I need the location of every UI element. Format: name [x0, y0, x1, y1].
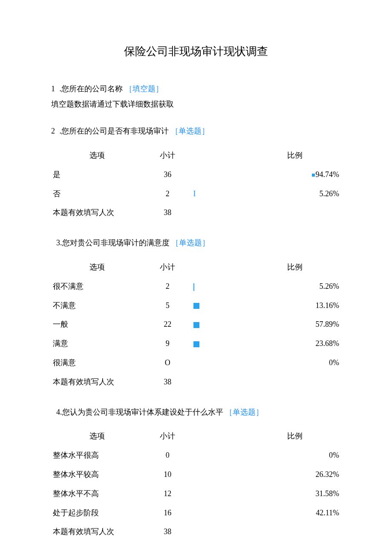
- percent-value: 0%: [248, 446, 341, 465]
- question-2: 2 .您所在的公司是否有非现场审计 ［单选题］ 选项 小计 比例 是 36 94…: [51, 125, 341, 222]
- q4-results-table: 选项 小计 比例 整体水平很高 0 0% 整体水平较高 10 26.32% 整体…: [51, 427, 341, 541]
- count-value: 10: [144, 465, 192, 484]
- option-label: 一般: [51, 315, 144, 334]
- q3-results-table: 选项 小计 比例 很不满意 2 5.26% 不满意 5 13.16% 一般 22…: [51, 258, 341, 392]
- count-value: 22: [144, 315, 192, 334]
- q1-num: 1: [51, 83, 55, 95]
- table-total-row: 本题有效填写人次 38: [51, 522, 341, 541]
- col-ratio: 比例: [248, 258, 341, 277]
- col-ratio: 比例: [248, 146, 341, 165]
- table-row: 不满意 5 13.16%: [51, 296, 341, 315]
- single-choice-tag: ［单选题］: [171, 238, 210, 247]
- option-label: 否: [51, 184, 144, 203]
- option-label: 整体水平很高: [51, 446, 144, 465]
- count-value: 5: [144, 296, 192, 315]
- q2-results-table: 选项 小计 比例 是 36 94.74% 否 2 I 5.26% 本题有效填写人…: [51, 146, 341, 222]
- col-ratio: 比例: [248, 427, 341, 446]
- percent-value: 26.32%: [248, 465, 341, 484]
- col-option: 选项: [51, 146, 144, 165]
- page-title: 保险公司非现场审计现状调查: [51, 43, 341, 61]
- count-value: 12: [144, 484, 192, 503]
- question-4: 4.您认为贵公司非现场审计体系建设处于什么水平 ［单选题］ 选项 小计 比例 整…: [51, 406, 341, 542]
- fill-blank-tag: ［填空题］: [125, 84, 163, 93]
- single-choice-tag: ［单选题］: [225, 408, 263, 416]
- option-label: 很满意: [51, 353, 144, 372]
- percent-value: 42.11%: [248, 503, 341, 523]
- option-label: 不满意: [51, 296, 144, 315]
- percent-value: 5.26%: [248, 277, 341, 296]
- table-row: 处于起步阶段 16 42.11%: [51, 503, 341, 523]
- option-label: 处于起步阶段: [51, 503, 144, 523]
- percent-value: 5.26%: [248, 184, 341, 203]
- table-total-row: 本题有效填写人次 38: [51, 203, 341, 222]
- total-count: 38: [144, 372, 192, 392]
- count-value: 2: [144, 277, 192, 296]
- question-1: 1 .您所在的公司名称 ［填空题］ 填空题数据请通过下载详细数据获取: [51, 83, 341, 111]
- count-value: 0: [144, 446, 192, 465]
- option-label: 满意: [51, 334, 144, 353]
- table-row: 一般 22 57.89%: [51, 315, 341, 334]
- count-value: 9: [144, 334, 192, 353]
- bar-icon: [193, 303, 199, 309]
- total-label: 本题有效填写人次: [51, 203, 144, 222]
- q4-num: 4: [56, 408, 60, 416]
- bar-icon: [193, 341, 199, 347]
- table-row: 整体水平不高 12 31.58%: [51, 484, 341, 503]
- table-row: 是 36 94.74%: [51, 165, 341, 184]
- bar-icon: I: [193, 189, 196, 198]
- table-row: 整体水平很高 0 0%: [51, 446, 341, 465]
- option-label: 整体水平不高: [51, 484, 144, 503]
- percent-value: 94.74%: [248, 165, 341, 184]
- table-row: 满意 9 23.68%: [51, 334, 341, 353]
- total-count: 38: [144, 522, 192, 541]
- q3-num: 3: [56, 238, 60, 247]
- percent-value: 31.58%: [248, 484, 341, 503]
- percent-value: 23.68%: [248, 334, 341, 353]
- col-subtotal: 小计: [144, 427, 192, 446]
- total-label: 本题有效填写人次: [51, 522, 144, 541]
- bar-icon: [193, 322, 199, 328]
- option-label: 是: [51, 165, 144, 184]
- col-option: 选项: [51, 258, 144, 277]
- table-total-row: 本题有效填写人次 38: [51, 372, 341, 392]
- percent-value: 57.89%: [248, 315, 341, 334]
- count-value: 16: [144, 503, 192, 523]
- single-choice-tag: ［单选题］: [171, 127, 209, 135]
- percent-value: 0%: [248, 353, 341, 372]
- option-label: 整体水平较高: [51, 465, 144, 484]
- col-subtotal: 小计: [144, 258, 192, 277]
- total-count: 38: [144, 203, 192, 222]
- q1-note: 填空题数据请通过下载详细数据获取: [51, 98, 341, 110]
- table-row: 很满意 O 0%: [51, 353, 341, 372]
- q3-text: 您对贵公司非现场审计的满意度: [62, 238, 170, 247]
- bar-icon: [193, 283, 194, 291]
- bar-icon: [312, 174, 315, 177]
- count-value: 36: [144, 165, 192, 184]
- count-value: O: [144, 353, 192, 372]
- q2-text: 您所在的公司是否有非现场审计: [61, 127, 169, 135]
- q4-text: 您认为贵公司非现场审计体系建设处于什么水平: [62, 408, 223, 416]
- table-row: 很不满意 2 5.26%: [51, 277, 341, 296]
- q2-num: 2: [51, 125, 55, 137]
- percent-value: 13.16%: [248, 296, 341, 315]
- option-label: 很不满意: [51, 277, 144, 296]
- col-subtotal: 小计: [144, 146, 192, 165]
- count-value: 2: [144, 184, 192, 203]
- col-option: 选项: [51, 427, 144, 446]
- q1-text: 您所在的公司名称: [61, 84, 123, 93]
- question-3: 3.您对贵公司非现场审计的满意度 ［单选题］ 选项 小计 比例 很不满意 2 5…: [51, 237, 341, 391]
- table-row: 否 2 I 5.26%: [51, 184, 341, 203]
- total-label: 本题有效填写人次: [51, 372, 144, 392]
- table-row: 整体水平较高 10 26.32%: [51, 465, 341, 484]
